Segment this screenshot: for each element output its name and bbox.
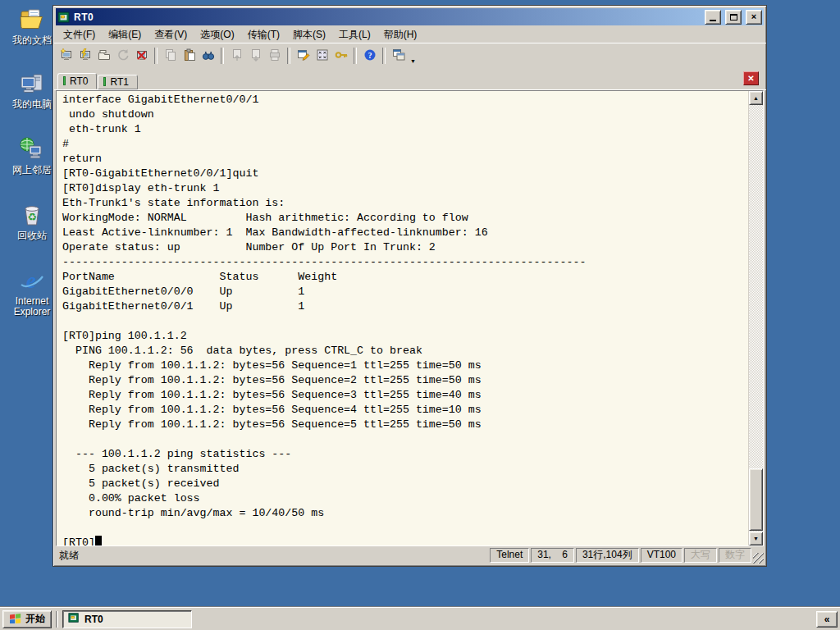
minimize-icon [710,20,716,21]
terminal-line: Reply from 100.1.1.2: bytes=56 Sequence=… [62,373,748,388]
svg-text:e: e [26,268,36,293]
print-icon[interactable] [265,47,284,65]
window-titlebar[interactable]: RT0 × [56,8,764,25]
menu-view[interactable]: 查看(V) [148,26,194,43]
tab-connect-icon[interactable] [94,47,113,65]
start-button[interactable]: 开始 [2,610,52,628]
toolbar-separator [221,48,224,64]
session-options-icon[interactable] [294,47,313,65]
toolbar: ? ▼ [53,43,766,68]
my-documents-icon [19,7,45,33]
tab-rt1[interactable]: RT1 [98,75,137,89]
terminal-line: --- 100.1.1.2 ping statistics --- [62,447,748,462]
terminal-line: ----------------------------------------… [62,255,748,270]
status-protocol: Telnet [490,548,529,563]
svg-text:♻: ♻ [27,211,37,223]
app-icon [57,11,71,24]
tab-label: RT0 [70,75,88,87]
status-emulation: VT100 [641,548,682,563]
desktop: 我的文档 我的电脑 网上邻居 ♻ 回收站 e Internet Explorer… [0,0,840,630]
terminal-app-window: RT0 × 文件(F)编辑(E)查看(V)选项(O)传输(T)脚本(S)工具(L… [52,5,767,567]
tab-rt0[interactable]: RT0 [57,73,97,89]
resize-grip[interactable] [753,553,764,564]
status-num-lock: 数字 [719,548,751,563]
terminal-line: Eth-Trunk1's state information is: [62,196,748,211]
menu-help[interactable]: 帮助(H) [377,26,424,43]
cascade-icon[interactable] [389,47,408,65]
terminal-line: [RT0] [62,536,748,546]
key-icon[interactable] [331,47,350,65]
paste-icon[interactable] [180,47,199,65]
terminal-line: Reply from 100.1.1.2: bytes=56 Sequence=… [62,388,748,403]
tab-label: RT1 [110,76,128,88]
recycle-bin-icon: ♻ [19,202,45,228]
help-icon[interactable]: ? [360,47,379,65]
terminal-line: eth-trunk 1 [62,122,748,137]
desktop-icon-label: 网上邻居 [12,165,52,176]
minimize-button[interactable] [705,10,721,25]
reconnect-icon[interactable] [113,47,132,65]
quick-connect-icon[interactable] [75,47,94,65]
toolbar-overflow-button[interactable]: ▼ [409,46,417,66]
desktop-icon-label: 我的电脑 [12,99,52,110]
terminal-line: Reply from 100.1.1.2: bytes=56 Sequence=… [62,418,748,432]
scrollbar-thumb[interactable] [749,468,763,531]
status-cursor-position: 31, 6 [531,548,574,563]
terminal-line: 5 packet(s) transmitted [62,462,748,477]
find-icon[interactable] [199,47,217,65]
session-tab-bar: RT0RT1 ✕ [53,68,766,90]
chevron-left-icon: « [824,614,830,625]
terminal-line: [RT0-GigabitEthernet0/0/1]quit [62,167,748,181]
terminal-cursor [95,536,102,546]
tab-close-button[interactable]: ✕ [743,71,759,85]
menu-script[interactable]: 脚本(S) [286,26,332,43]
terminal-line: [RT0]display eth-trunk 1 [62,181,748,196]
desktop-icon-label: 回收站 [17,231,47,241]
toolbar-separator [382,48,386,64]
status-caps-lock: 大写 [684,548,717,563]
terminal-output[interactable]: interface GigabitEthernet0/0/1 undo shut… [57,91,748,546]
tab-connected-indicator [103,77,106,86]
terminal-line: WorkingMode: NORMAL Hash arithmetic: Acc… [62,211,748,226]
terminal-line: round-trip min/avg/max = 10/40/50 ms [62,506,748,521]
windows-logo-icon [9,612,22,626]
tab-connected-indicator [63,76,66,85]
my-computer-icon [19,71,45,97]
terminal-line: Reply from 100.1.1.2: bytes=56 Sequence=… [62,358,748,373]
close-icon: × [751,12,756,21]
new-session-icon[interactable] [57,47,75,65]
maximize-button[interactable] [725,10,742,25]
receive-file-icon[interactable] [246,47,265,65]
send-file-icon[interactable] [227,47,246,65]
vertical-scrollbar[interactable]: ▲ ▼ [748,91,763,546]
toolbar-separator [287,48,290,64]
scroll-down-button[interactable]: ▼ [749,532,763,546]
window-title: RT0 [74,11,701,23]
status-terminal-size: 31行,104列 [576,548,639,563]
terminal-line: # [62,137,748,152]
start-button-label: 开始 [25,612,45,626]
menu-edit[interactable]: 编辑(E) [102,26,148,43]
terminal-line: interface GigabitEthernet0/0/1 [62,93,748,107]
svg-text:?: ? [368,51,372,59]
close-button[interactable]: × [746,10,762,25]
keymap-icon[interactable] [313,47,331,65]
status-bar: 就绪 Telnet31, 631行,104列VT100大写数字 [56,547,764,564]
scroll-up-button[interactable]: ▲ [749,91,763,105]
terminal-line [62,521,748,536]
copy-icon[interactable] [161,47,180,65]
internet-explorer-icon: e [19,267,45,294]
maximize-icon [730,14,737,21]
menu-tools[interactable]: 工具(L) [332,26,377,43]
menu-file[interactable]: 文件(F) [57,26,102,43]
terminal-line: 5 packet(s) received [62,477,748,491]
menu-transfer[interactable]: 传输(T) [241,26,286,43]
tray-collapse-button[interactable]: « [816,611,838,628]
terminal-line: 0.00% packet loss [62,491,748,506]
terminal-line: GigabitEthernet0/0/1 Up 1 [62,299,748,314]
menu-options[interactable]: 选项(O) [194,26,240,43]
taskbar-task-rt0[interactable]: RT0 [62,610,192,628]
terminal-line: PortName Status Weight [62,270,748,285]
terminal-line: Least Active-linknumber: 1 Max Bandwidth… [62,226,748,240]
disconnect-icon[interactable] [132,47,151,65]
